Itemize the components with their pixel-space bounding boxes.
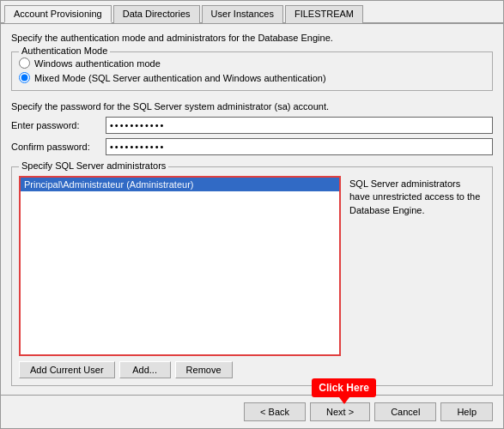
- tab-user-instances[interactable]: User Instances: [202, 5, 283, 23]
- admins-section: Specify SQL Server administrators Princi…: [11, 166, 493, 386]
- confirm-password-input[interactable]: [106, 138, 493, 155]
- mixed-auth-label: Mixed Mode (SQL Server authentication an…: [34, 73, 326, 83]
- back-button[interactable]: < Back: [244, 402, 306, 421]
- tab-filestream[interactable]: FILESTREAM: [285, 5, 363, 23]
- add-button[interactable]: Add...: [119, 361, 171, 378]
- tab-content: Specify the authentication mode and admi…: [1, 24, 503, 395]
- mixed-auth-option[interactable]: Mixed Mode (SQL Server authentication an…: [19, 72, 485, 83]
- password-section: Specify the password for the SQL Server …: [11, 101, 493, 160]
- admins-body: Principal\Administrateur (Administrateur…: [19, 176, 485, 378]
- tab-bar: Account Provisioning Data Directories Us…: [1, 1, 503, 24]
- admins-info-text: SQL Server administrators have unrestric…: [348, 176, 485, 378]
- confirm-password-label: Confirm password:: [11, 142, 106, 152]
- admins-section-title: Specify SQL Server administrators: [19, 160, 168, 171]
- main-window: Account Provisioning Data Directories Us…: [0, 0, 504, 429]
- auth-mode-group: Authentication Mode Windows authenticati…: [11, 51, 493, 91]
- enter-password-row: Enter password:: [11, 117, 493, 134]
- add-current-user-button[interactable]: Add Current User: [19, 361, 115, 378]
- remove-button[interactable]: Remove: [175, 361, 233, 378]
- description-text: Specify the authentication mode and admi…: [11, 33, 493, 43]
- windows-auth-label: Windows authentication mode: [34, 58, 161, 69]
- mixed-auth-radio[interactable]: [19, 72, 30, 83]
- admin-item[interactable]: Principal\Administrateur (Administrateur…: [21, 178, 339, 191]
- windows-auth-radio[interactable]: [19, 57, 30, 69]
- password-description: Specify the password for the SQL Server …: [11, 101, 493, 112]
- admins-list[interactable]: Principal\Administrateur (Administrateur…: [19, 176, 341, 356]
- auth-mode-title: Authentication Mode: [19, 45, 110, 56]
- windows-auth-option[interactable]: Windows authentication mode: [19, 57, 485, 69]
- list-buttons: Add Current User Add... Remove: [19, 361, 341, 378]
- help-button[interactable]: Help: [440, 402, 493, 421]
- confirm-password-row: Confirm password:: [11, 138, 493, 155]
- tab-data-directories[interactable]: Data Directories: [113, 5, 200, 23]
- enter-password-label: Enter password:: [11, 120, 106, 130]
- cancel-button[interactable]: Cancel: [374, 402, 436, 421]
- next-button[interactable]: Next >: [310, 402, 370, 421]
- tab-account-provisioning[interactable]: Account Provisioning: [4, 5, 112, 23]
- nav-bar: Click Here < Back Next > Cancel Help: [1, 395, 503, 428]
- enter-password-input[interactable]: [106, 117, 493, 134]
